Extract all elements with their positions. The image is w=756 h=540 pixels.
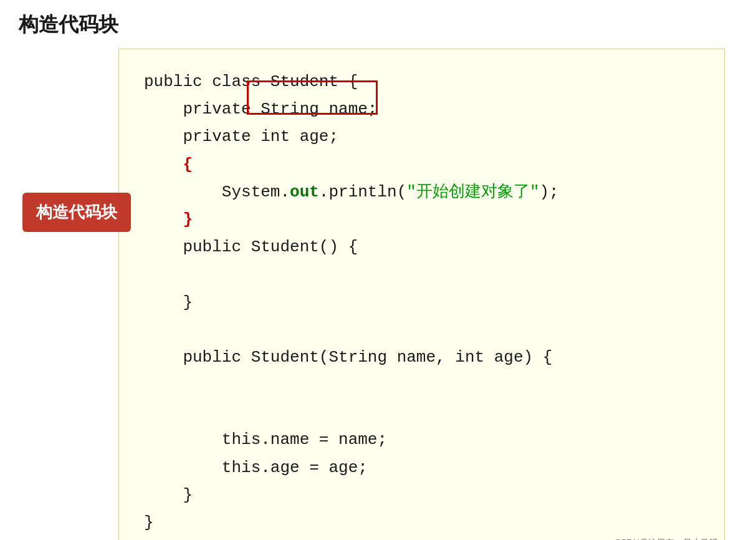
code-line-15: this.age = age; <box>144 454 699 481</box>
code-line-3: private int age; <box>144 123 699 150</box>
code-line-6: } <box>144 206 699 233</box>
code-line-16: } <box>144 481 699 509</box>
page-title: 构造代码块 <box>0 0 756 49</box>
code-line-5: System.out.println("开始创建对象了"); <box>144 178 699 206</box>
code-line-1: public class Student { <box>144 68 699 95</box>
code-line-8 <box>144 261 699 288</box>
watermark: CSDN@这里有一只小马呀 <box>615 538 718 540</box>
main-container: 构造代码块 public class Student { private Str… <box>0 49 756 540</box>
badge-label: 构造代码块 <box>22 193 131 232</box>
code-content: public class Student { private String na… <box>144 68 699 536</box>
code-line-2: private String name; <box>144 95 699 123</box>
code-line-4: { <box>144 151 699 178</box>
code-line-7: public Student() { <box>144 233 699 261</box>
code-line-14: this.name = name; <box>144 426 699 453</box>
code-line-17: } <box>144 509 699 536</box>
code-line-11: public Student(String name, int age) { <box>144 344 699 371</box>
code-line-9: } <box>144 289 699 316</box>
code-line-10 <box>144 316 699 344</box>
code-line-13 <box>144 398 699 426</box>
code-line-12 <box>144 371 699 398</box>
code-box: 构造代码块 public class Student { private Str… <box>118 49 725 540</box>
